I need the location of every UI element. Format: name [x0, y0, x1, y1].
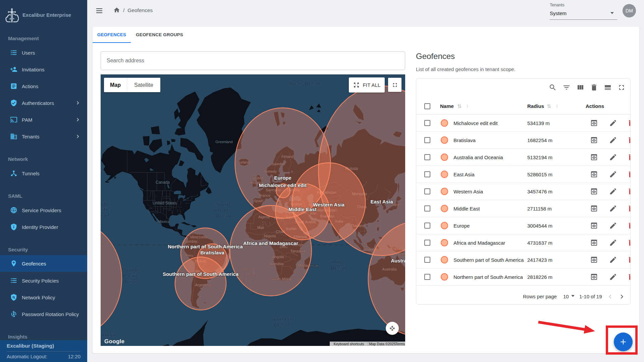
svg-text:Europe: Europe	[274, 175, 291, 181]
svg-text:Pacific: Pacific	[122, 273, 139, 279]
svg-text:Middle East: Middle East	[288, 206, 316, 212]
svg-text:North: North	[101, 201, 108, 206]
svg-text:Western Asia: Western Asia	[313, 202, 345, 207]
svg-text:South: South	[124, 267, 138, 273]
svg-text:Google: Google	[104, 338, 124, 345]
svg-text:Michalovce edit edit: Michalovce edit edit	[259, 182, 307, 188]
svg-text:Southern: Southern	[101, 332, 116, 338]
svg-text:Southern: Southern	[271, 316, 293, 322]
svg-text:Ocean: Ocean	[274, 322, 289, 327]
svg-text:Mexico: Mexico	[158, 220, 170, 224]
svg-text:Greenland: Greenland	[215, 140, 232, 144]
svg-text:Australia and Oceania: Australia and Oceania	[391, 258, 405, 263]
svg-text:Map Data ©2025: Map Data ©2025	[369, 342, 396, 346]
svg-text:Canada: Canada	[156, 180, 170, 185]
svg-text:Ocean: Ocean	[331, 265, 346, 270]
svg-text:Pacific: Pacific	[101, 207, 110, 212]
svg-text:Arctic Ocean: Arctic Ocean	[289, 81, 320, 86]
svg-text:Indian: Indian	[331, 259, 346, 265]
svg-text:Ocean: Ocean	[101, 213, 109, 218]
svg-text:Northern part of South America: Northern part of South America	[168, 244, 243, 249]
svg-text:Southern part of South America: Southern part of South America	[163, 271, 239, 277]
svg-text:Ocean: Ocean	[123, 279, 139, 284]
svg-text:United States: United States	[153, 201, 177, 205]
svg-text:Atlantic: Atlantic	[214, 207, 233, 213]
svg-text:Bratislava: Bratislava	[200, 250, 224, 255]
svg-text:Africa and Madagascar: Africa and Madagascar	[243, 240, 298, 246]
svg-text:East Asia: East Asia	[371, 199, 393, 204]
svg-text:Ocean: Ocean	[216, 213, 231, 219]
svg-text:North: North	[217, 202, 230, 207]
svg-text:Terms: Terms	[395, 342, 405, 346]
svg-text:Keyboard shortcuts: Keyboard shortcuts	[334, 342, 364, 346]
